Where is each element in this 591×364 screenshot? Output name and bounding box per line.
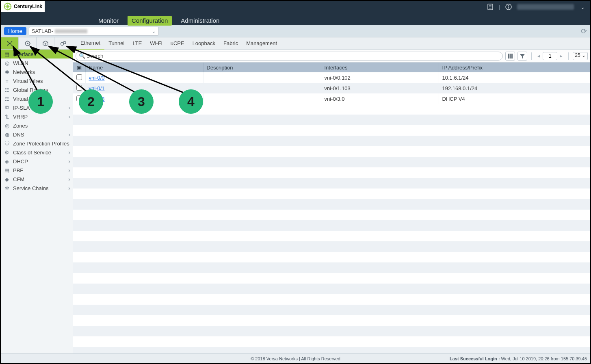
sidebar-item-dhcp[interactable]: ◈DHCP› — [1, 157, 73, 166]
refresh-icon[interactable]: ⟳ — [581, 27, 587, 36]
sidebar-item-wlan[interactable]: ◎WLAN — [1, 58, 73, 67]
svg-line-19 — [10, 42, 12, 43]
mode-icon-4[interactable] — [54, 37, 72, 49]
sidebar-item-networks[interactable]: ✱Networks — [1, 67, 73, 76]
sidebar-item-zones[interactable]: ◎Zones — [1, 121, 73, 130]
sidebar-item-class-of-service[interactable]: ⚙Class of Service› — [1, 148, 73, 157]
topnav-configuration[interactable]: Configuration — [128, 16, 172, 26]
cell-name: vni-0/3 — [85, 93, 203, 104]
cell-interfaces: vni-0/1.103 — [321, 83, 439, 93]
sidebar-item-label: Service Chains — [13, 185, 48, 191]
svg-point-33 — [63, 41, 66, 44]
mode-icon-1[interactable] — [1, 37, 19, 49]
tab-ucpe[interactable]: uCPE — [167, 37, 188, 50]
sidebar-item-pbf[interactable]: ▤PBF› — [1, 166, 73, 175]
tab-management[interactable]: Management — [242, 37, 281, 50]
tab-lte[interactable]: LTE — [128, 37, 146, 50]
cell-description — [203, 93, 321, 104]
sidebar-item-label: Zone Protection Profiles — [13, 141, 69, 147]
device-select[interactable]: SATLAB- ⌄ — [29, 27, 159, 36]
search-input[interactable] — [76, 52, 503, 61]
cell-ip: DHCP V4 — [439, 93, 590, 104]
interface-link[interactable]: vni-0/0 — [89, 75, 105, 81]
tab-ethernet[interactable]: Ethernet — [76, 37, 104, 50]
brand-logo: CenturyLink — [1, 1, 45, 12]
cell-description — [203, 83, 321, 93]
svg-point-23 — [27, 43, 28, 44]
page-size-select[interactable]: 25 ⌄ — [573, 52, 588, 60]
row-checkbox-cell — [73, 93, 85, 104]
tab-wi-fi[interactable]: Wi-Fi — [146, 37, 166, 50]
cell-interfaces: vni-0/3.0 — [321, 93, 439, 104]
vrouters-icon: ☶ — [3, 96, 11, 102]
chevron-right-icon: › — [68, 158, 70, 165]
interface-link[interactable]: vni-0/1 — [89, 85, 105, 91]
row-checkbox-cell — [73, 72, 85, 83]
row-checkbox[interactable] — [76, 95, 82, 101]
ipsla-icon: ⧉ — [3, 104, 11, 111]
folder-icon: ▣ — [77, 65, 82, 71]
main-area: ▤Interfaces◎WLAN✱Networks≡Virtual Wires☷… — [1, 50, 590, 353]
col-interfaces[interactable]: Interfaces — [321, 63, 439, 72]
row-checkbox[interactable] — [76, 74, 82, 80]
login-label: Last Successful Login : — [450, 356, 500, 361]
info-icon[interactable] — [505, 3, 512, 11]
sidebar-item-dns[interactable]: ◍DNS› — [1, 130, 73, 139]
content: 🔍 ◂ ▸ 25 ⌄ ▣ Name Description Interf — [73, 50, 590, 353]
interface-link[interactable]: vni-0/3 — [89, 96, 105, 102]
sidebar-item-vrrp[interactable]: ⇅VRRP› — [1, 112, 73, 121]
sidebar-item-interfaces[interactable]: ▤Interfaces — [1, 50, 73, 58]
chevron-down-icon[interactable]: ⌄ — [579, 3, 586, 11]
notes-icon[interactable] — [487, 3, 494, 11]
svg-line-29 — [43, 42, 45, 43]
tab-fabric[interactable]: Fabric — [219, 37, 242, 50]
select-all-header[interactable]: ▣ — [73, 63, 85, 72]
search-wrap: 🔍 — [76, 52, 503, 61]
top-right: | ⌄ — [487, 3, 586, 11]
topnav-monitor[interactable]: Monitor — [89, 16, 128, 25]
table-row[interactable]: vni-0/1vni-0/1.103192.168.0.1/24 — [73, 83, 590, 93]
vrrp-icon: ⇅ — [3, 114, 11, 120]
wlan-icon: ◎ — [3, 60, 11, 66]
columns-button[interactable] — [505, 52, 515, 61]
col-name[interactable]: Name — [85, 63, 203, 72]
sidebar-item-zone-protection-profiles[interactable]: 🛡Zone Protection Profiles — [1, 139, 73, 148]
topnav-administration[interactable]: Administration — [172, 16, 228, 25]
sidebar-item-label: IP-SLA — [13, 105, 30, 111]
mode-icon-3[interactable] — [37, 37, 54, 49]
cell-ip: 10.1.6.1/24 — [439, 72, 590, 83]
device-name-blurred — [55, 29, 87, 33]
tab-loopback[interactable]: Loopback — [188, 37, 219, 50]
submenu-tabs: EthernetTunnelLTEWi-FiuCPELoopbackFabric… — [76, 37, 281, 49]
table-row[interactable]: vni-0/0vni-0/0.10210.1.6.1/24 — [73, 72, 590, 83]
col-description[interactable]: Description — [203, 63, 321, 72]
filter-button[interactable] — [517, 52, 527, 61]
separator — [531, 52, 532, 60]
networks-icon: ✱ — [3, 69, 11, 75]
sidebar-item-virtual-wires[interactable]: ≡Virtual Wires — [1, 76, 73, 85]
col-ip[interactable]: IP Address/Prefix — [439, 63, 590, 72]
vwires-icon: ≡ — [3, 78, 11, 84]
sidebar-item-service-chains[interactable]: ✲Service Chains› — [1, 184, 73, 193]
pager-prev[interactable]: ◂ — [536, 53, 542, 59]
sidebar-item-cfm[interactable]: ◆CFM› — [1, 175, 73, 184]
page-input[interactable] — [543, 52, 557, 60]
dns-icon: ◍ — [3, 132, 11, 138]
sidebar-item-virtual-routers[interactable]: ☶Virtual Routers — [1, 94, 73, 103]
tab-tunnel[interactable]: Tunnel — [104, 37, 128, 50]
svg-rect-36 — [511, 54, 513, 58]
row-checkbox[interactable] — [76, 85, 82, 91]
svg-rect-12 — [508, 6, 509, 9]
svg-rect-34 — [508, 54, 509, 58]
table-row[interactable]: vni-0/3vni-0/3.0DHCP V4 — [73, 93, 590, 104]
brand-name: CenturyLink — [14, 4, 42, 9]
home-button[interactable]: Home — [4, 27, 26, 35]
svg-line-30 — [45, 42, 48, 43]
pager-next[interactable]: ▸ — [558, 53, 564, 59]
top-left: CenturyLink MonitorConfigurationAdminist… — [1, 1, 228, 25]
mode-icon-2[interactable] — [19, 37, 37, 49]
sidebar-item-ip-sla[interactable]: ⧉IP-SLA› — [1, 103, 73, 112]
sidebar-item-global-routers[interactable]: ☷Global Routers — [1, 85, 73, 94]
chevron-right-icon: › — [68, 176, 70, 182]
table-header-row: ▣ Name Description Interfaces IP Address… — [73, 63, 590, 72]
